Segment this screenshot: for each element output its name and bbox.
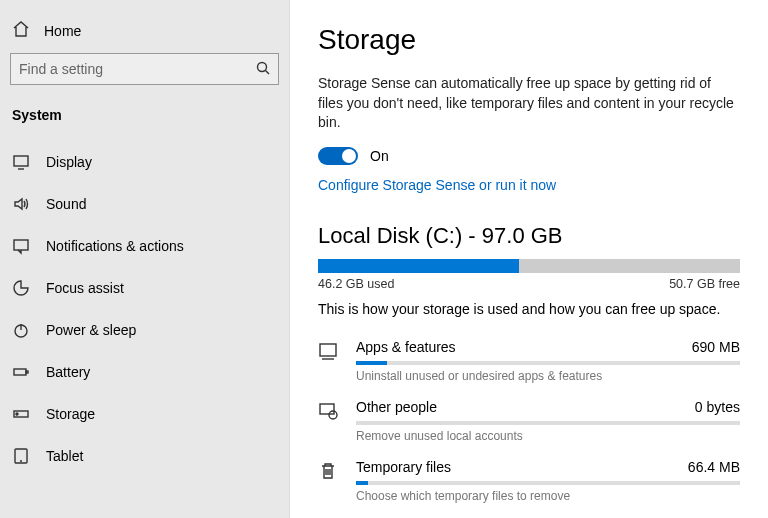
category-temp[interactable]: Temporary files66.4 MB Choose which temp…: [318, 453, 740, 513]
sidebar-item-power[interactable]: Power & sleep: [0, 309, 289, 351]
sidebar-item-label: Focus assist: [46, 280, 124, 296]
svg-rect-9: [320, 344, 336, 356]
sidebar-item-label: Battery: [46, 364, 90, 380]
svg-point-11: [329, 411, 337, 419]
category-other-people[interactable]: Other people0 bytes Remove unused local …: [318, 393, 740, 453]
sidebar-item-label: Storage: [46, 406, 95, 422]
sound-icon: [12, 195, 30, 213]
sidebar-item-tablet[interactable]: Tablet: [0, 435, 289, 477]
configure-link[interactable]: Configure Storage Sense or run it now: [318, 177, 556, 193]
svg-rect-2: [14, 240, 28, 250]
page-title: Storage: [318, 24, 740, 56]
trash-icon: [318, 459, 340, 484]
sidebar-item-battery[interactable]: Battery: [0, 351, 289, 393]
sidebar: Home System Display Sound Notifications …: [0, 0, 290, 518]
sidebar-item-label: Display: [46, 154, 92, 170]
disk-usage-bar-wrap: 46.2 GB used 50.7 GB free: [318, 259, 740, 291]
toggle-state-label: On: [370, 148, 389, 164]
storage-icon: [12, 405, 30, 423]
toggle-row: On: [318, 147, 740, 165]
svg-rect-5: [26, 371, 28, 373]
main-content: Storage Storage Sense can automatically …: [290, 0, 768, 518]
focus-icon: [12, 279, 30, 297]
storage-sense-toggle[interactable]: [318, 147, 358, 165]
search-input[interactable]: [19, 61, 256, 77]
category-name: Other people: [356, 399, 437, 415]
display-icon: [12, 153, 30, 171]
sidebar-item-label: Notifications & actions: [46, 238, 184, 254]
sidebar-item-focus[interactable]: Focus assist: [0, 267, 289, 309]
home-button[interactable]: Home: [0, 12, 289, 53]
search-icon: [256, 61, 270, 78]
search-box[interactable]: [10, 53, 279, 85]
category-name: Temporary files: [356, 459, 451, 475]
apps-icon: [318, 339, 340, 364]
category-hint: Remove unused local accounts: [356, 429, 740, 443]
usage-description: This is how your storage is used and how…: [318, 301, 740, 317]
disk-usage-labels: 46.2 GB used 50.7 GB free: [318, 277, 740, 291]
home-icon: [12, 20, 30, 41]
disk-usage-bar: [318, 259, 740, 273]
svg-rect-4: [14, 369, 26, 375]
disk-title: Local Disk (C:) - 97.0 GB: [318, 223, 740, 249]
sidebar-item-label: Power & sleep: [46, 322, 136, 338]
home-label: Home: [44, 23, 81, 39]
tablet-icon: [12, 447, 30, 465]
sidebar-item-notifications[interactable]: Notifications & actions: [0, 225, 289, 267]
category-size: 690 MB: [692, 339, 740, 355]
notifications-icon: [12, 237, 30, 255]
category-size: 66.4 MB: [688, 459, 740, 475]
used-label: 46.2 GB used: [318, 277, 394, 291]
sidebar-item-sound[interactable]: Sound: [0, 183, 289, 225]
people-icon: [318, 399, 340, 424]
category-name: Apps & features: [356, 339, 456, 355]
battery-icon: [12, 363, 30, 381]
section-heading: System: [0, 101, 289, 141]
sidebar-item-label: Sound: [46, 196, 86, 212]
storage-sense-description: Storage Sense can automatically free up …: [318, 74, 738, 133]
svg-point-0: [258, 62, 267, 71]
svg-rect-1: [14, 156, 28, 166]
power-icon: [12, 321, 30, 339]
category-hint: Choose which temporary files to remove: [356, 489, 740, 503]
disk-usage-fill: [318, 259, 519, 273]
category-apps[interactable]: Apps & features690 MB Uninstall unused o…: [318, 333, 740, 393]
svg-point-7: [16, 413, 18, 415]
sidebar-item-display[interactable]: Display: [0, 141, 289, 183]
sidebar-item-label: Tablet: [46, 448, 83, 464]
svg-rect-10: [320, 404, 334, 414]
category-size: 0 bytes: [695, 399, 740, 415]
search-wrap: [0, 53, 289, 101]
free-label: 50.7 GB free: [669, 277, 740, 291]
category-hint: Uninstall unused or undesired apps & fea…: [356, 369, 740, 383]
sidebar-item-storage[interactable]: Storage: [0, 393, 289, 435]
